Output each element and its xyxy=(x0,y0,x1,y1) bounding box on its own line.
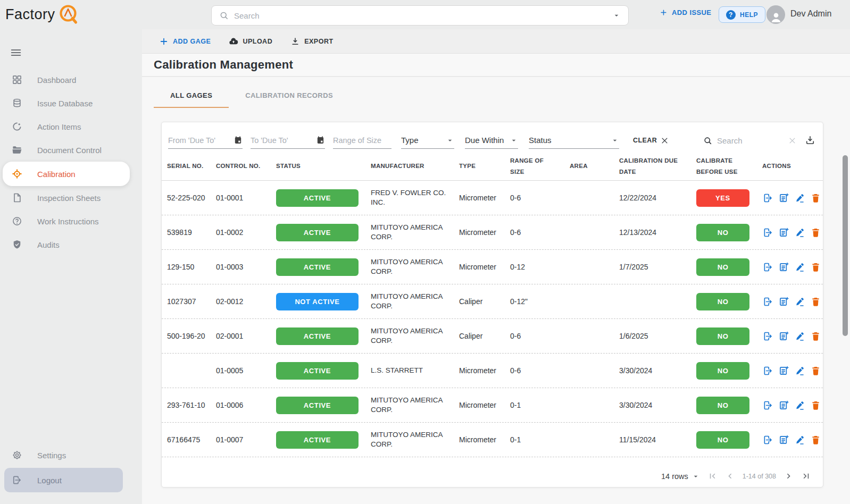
rows-per-page-select[interactable]: 14 rows xyxy=(661,472,700,481)
calibrate-before-use-cell: YES xyxy=(696,189,762,207)
sidebar-item-audits[interactable]: Audits xyxy=(0,233,142,256)
range-of-size-field[interactable]: Range of Size xyxy=(333,132,391,149)
table-row: 01-0005ACTIVEL.S. STARRETTMicrometer0-63… xyxy=(162,354,823,388)
user-name[interactable]: Dev Admin xyxy=(790,9,831,19)
sidebar-item-settings[interactable]: Settings xyxy=(0,443,142,467)
manufacturer-cell: MITUTOYO AMERICA CORP. xyxy=(371,223,459,242)
edit-record-button[interactable] xyxy=(794,331,805,342)
close-icon xyxy=(661,137,669,145)
status-select[interactable]: Status xyxy=(529,132,619,149)
open-record-button[interactable] xyxy=(762,365,773,376)
open-record-button[interactable] xyxy=(762,296,773,307)
database-icon xyxy=(12,98,22,108)
edit-record-button[interactable] xyxy=(794,434,805,446)
close-icon[interactable] xyxy=(788,137,796,145)
manufacturer-cell: FRED V. FOWLER CO. INC. xyxy=(371,188,459,207)
sidebar-item-issue-database[interactable]: Issue Database xyxy=(0,91,142,115)
note-add-icon xyxy=(778,227,789,238)
sidebar-item-logout[interactable]: Logout xyxy=(4,468,123,492)
open-record-icon xyxy=(762,227,773,238)
delete-record-button[interactable] xyxy=(810,262,821,273)
due-within-select-label: Due Within xyxy=(465,136,504,145)
open-record-icon xyxy=(762,296,773,307)
open-record-button[interactable] xyxy=(762,227,773,238)
upload-button[interactable]: UPLOAD xyxy=(226,37,276,46)
edit-record-button[interactable] xyxy=(794,296,805,307)
last-page-icon[interactable] xyxy=(801,471,811,481)
type-cell: Micrometer xyxy=(459,401,510,409)
open-record-button[interactable] xyxy=(762,192,773,204)
open-record-button[interactable] xyxy=(762,262,773,273)
to-due-to-field[interactable]: To 'Due To' xyxy=(251,132,325,149)
delete-record-button[interactable] xyxy=(810,400,821,411)
add-record-button[interactable] xyxy=(778,331,789,342)
tab-calibration-records[interactable]: CALIBRATION RECORDS xyxy=(229,83,349,108)
user-avatar[interactable] xyxy=(766,5,785,24)
calendar-icon[interactable] xyxy=(316,136,325,145)
export-button[interactable]: EXPORT xyxy=(287,37,336,46)
first-page-icon[interactable] xyxy=(707,471,718,481)
edit-record-button[interactable] xyxy=(794,192,805,204)
add-record-button[interactable] xyxy=(778,365,789,376)
add-record-button[interactable] xyxy=(778,296,789,307)
delete-record-button[interactable] xyxy=(810,296,821,307)
download-table-icon[interactable] xyxy=(805,135,815,146)
add-record-button[interactable] xyxy=(778,262,789,273)
table-search-input[interactable]: Search xyxy=(703,136,796,145)
add-gage-button[interactable]: ADD GAGE xyxy=(156,37,214,46)
open-record-button[interactable] xyxy=(762,400,773,411)
due-within-select[interactable]: Due Within xyxy=(465,132,518,149)
delete-record-button[interactable] xyxy=(810,365,821,376)
sidebar-item-work-instructions[interactable]: Work Instructions xyxy=(0,209,142,233)
note-add-icon xyxy=(778,262,789,273)
calibrate-before-use-cell: NO xyxy=(696,362,762,380)
clear-filters-button[interactable]: CLEAR xyxy=(633,137,669,145)
add-record-button[interactable] xyxy=(778,192,789,204)
chevron-down-icon xyxy=(691,472,700,481)
due-date-cell: 1/7/2025 xyxy=(619,263,696,271)
add-record-button[interactable] xyxy=(778,400,789,411)
add-record-button[interactable] xyxy=(778,434,789,446)
column-header-area: AREA xyxy=(570,161,619,172)
sidebar-item-action-items[interactable]: Action Items xyxy=(0,115,142,138)
column-header-range-of-size: RANGE OF SIZE xyxy=(510,155,570,177)
chevron-down-icon xyxy=(446,136,454,145)
manufacturer-cell: MITUTOYO AMERICA CORP. xyxy=(371,257,459,276)
help-button[interactable]: ? HELP xyxy=(719,6,765,23)
global-search-input[interactable]: Search xyxy=(211,5,629,26)
edit-record-button[interactable] xyxy=(794,227,805,238)
previous-page-icon[interactable] xyxy=(725,471,735,481)
note-add-icon xyxy=(778,365,789,376)
edit-record-button[interactable] xyxy=(794,400,805,411)
sidebar-item-calibration[interactable]: Calibration xyxy=(3,162,130,186)
open-record-button[interactable] xyxy=(762,331,773,342)
add-issue-button[interactable]: ADD ISSUE xyxy=(660,9,711,16)
calendar-icon[interactable] xyxy=(234,136,243,145)
tab-all-gages[interactable]: ALL GAGES xyxy=(154,83,229,108)
menu-toggle-icon[interactable] xyxy=(10,47,22,58)
from-due-to-field[interactable]: From 'Due To' xyxy=(168,132,243,149)
next-page-icon[interactable] xyxy=(784,471,794,481)
sidebar-item-label: Audits xyxy=(37,240,60,249)
upload-label: UPLOAD xyxy=(243,38,272,45)
edit-record-button[interactable] xyxy=(794,365,805,376)
type-select[interactable]: Type xyxy=(401,132,454,149)
trash-icon xyxy=(810,192,821,204)
delete-record-button[interactable] xyxy=(810,331,821,342)
sidebar-item-document-control[interactable]: Document Control xyxy=(0,138,142,162)
sidebar-bottom: Settings Logout xyxy=(0,443,142,492)
calibrate-before-use-badge: NO xyxy=(696,258,749,276)
manufacturer-cell: MITUTOYO AMERICA CORP. xyxy=(371,326,459,346)
chevron-down-icon[interactable] xyxy=(612,11,621,20)
sidebar-item-inspection-sheets[interactable]: Inspection Sheets xyxy=(0,186,142,209)
sidebar-item-dashboard[interactable]: Dashboard xyxy=(0,68,142,91)
trash-icon xyxy=(810,365,821,376)
note-add-icon xyxy=(778,331,789,342)
delete-record-button[interactable] xyxy=(810,227,821,238)
scrollbar-thumb[interactable] xyxy=(843,155,848,336)
edit-record-button[interactable] xyxy=(794,262,805,273)
delete-record-button[interactable] xyxy=(810,192,821,204)
delete-record-button[interactable] xyxy=(810,434,821,446)
open-record-button[interactable] xyxy=(762,434,773,446)
add-record-button[interactable] xyxy=(778,227,789,238)
